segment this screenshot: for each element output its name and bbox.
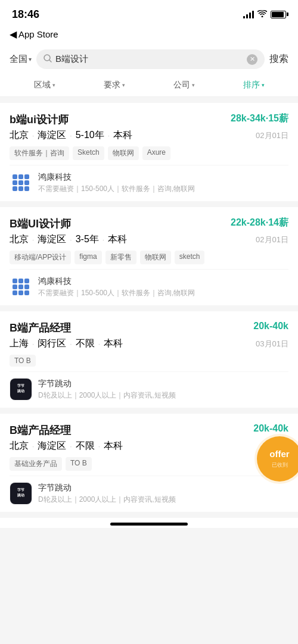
job-card[interactable]: B端UI设计师 22k-28k·14薪 北京 · 海淀区 · 3-5年 · 本科…	[0, 207, 298, 305]
svg-text:字节: 字节	[17, 487, 25, 492]
filter-requirement-arrow: ▾	[122, 82, 125, 88]
job-title: B端产品经理	[10, 321, 71, 335]
home-indicator	[0, 518, 298, 528]
tag: sketch	[175, 251, 205, 264]
job-district: 海淀区	[38, 129, 66, 142]
clear-button[interactable]: ✕	[247, 54, 257, 65]
job-title: b端ui设计师	[10, 112, 69, 127]
search-icon	[44, 54, 52, 64]
filter-region-arrow: ▾	[52, 82, 55, 88]
job-salary: 22k-28k·14薪	[231, 217, 288, 229]
job-date: 03月01日	[256, 339, 288, 349]
company-info: 鸿康科技 不需要融资｜150-500人｜软件服务｜咨询,物联网	[38, 172, 195, 194]
job-edu: 本科	[104, 337, 123, 350]
tag: 物联网	[140, 251, 171, 264]
job-header: B端UI设计师 22k-28k·14薪	[10, 217, 288, 231]
filter-company[interactable]: 公司 ▾	[149, 80, 219, 90]
job-list: b端ui设计师 28k-34k·15薪 北京 · 海淀区 · 5-10年 · 本…	[0, 103, 298, 512]
filter-requirement[interactable]: 要求 ▾	[79, 80, 149, 90]
company-name: 鸿康科技	[38, 172, 195, 183]
job-city: 北京	[10, 233, 29, 246]
tags-row: 移动端/APP设计 figma 新零售 物联网 sketch	[10, 251, 288, 264]
job-meta-row: 北京 · 海淀区 · 5-10年 · 本科 02月01日	[10, 129, 288, 142]
company-row: 鸿康科技 不需要融资｜150-500人｜软件服务｜咨询,物联网	[10, 269, 288, 298]
job-exp: 不限	[76, 337, 95, 350]
svg-text:offer: offer	[269, 449, 289, 459]
job-meta-row: 北京 · 海淀区 · 3-5年 · 本科 02月01日	[10, 233, 288, 246]
logo-dots	[13, 174, 29, 191]
job-meta: 北京 · 海淀区 · 5-10年 · 本科	[10, 129, 132, 142]
company-row: 鸿康科技 不需要融资｜150-500人｜软件服务｜咨询,物联网	[10, 165, 288, 194]
company-name: 鸿康科技	[38, 276, 195, 287]
svg-text:跳动: 跳动	[17, 493, 24, 497]
job-header: B端产品经理 20k-40k	[10, 321, 288, 335]
region-button[interactable]: 全国 ▾	[10, 54, 32, 65]
status-time: 18:46	[12, 8, 39, 21]
company-info: 鸿康科技 不需要融资｜150-500人｜软件服务｜咨询,物联网	[38, 276, 195, 298]
company-info: 字节跳动 D轮及以上｜2000人以上｜内容资讯,短视频	[38, 379, 176, 401]
job-city: 上海	[10, 337, 29, 350]
job-meta-row: 北京 · 海淀区 · 不限 · 本科 1日 offer 已收到	[10, 440, 288, 452]
search-submit-button[interactable]: 搜索	[269, 53, 288, 65]
tag: Sketch	[73, 146, 104, 160]
company-logo	[10, 276, 32, 298]
home-bar	[110, 523, 188, 526]
nav-bar: ◀ App Store	[0, 26, 298, 49]
tag: TO B	[66, 457, 92, 471]
company-logo	[10, 171, 32, 194]
tag: TO B	[10, 355, 36, 367]
company-info: 字节跳动 D轮及以上｜2000人以上｜内容资讯,短视频	[38, 483, 176, 505]
job-city: 北京	[10, 440, 29, 452]
tag: 物联网	[108, 146, 139, 160]
company-detail: D轮及以上｜2000人以上｜内容资讯,短视频	[38, 495, 176, 505]
company-logo: 字节 跳动	[10, 482, 32, 505]
job-card[interactable]: B端产品经理 20k-40k 上海 · 闵行区 · 不限 · 本科 03月01日…	[0, 311, 298, 408]
job-header: b端ui设计师 28k-34k·15薪	[10, 112, 288, 127]
job-district: 闵行区	[38, 337, 66, 350]
job-salary: 20k-40k	[253, 321, 288, 332]
filter-region[interactable]: 区域 ▾	[10, 80, 79, 90]
tag: 软件服务｜咨询	[10, 146, 69, 160]
logo-dots	[13, 279, 29, 295]
job-city: 北京	[10, 129, 29, 142]
svg-text:字节: 字节	[17, 383, 25, 387]
job-edu: 本科	[108, 233, 127, 246]
job-card[interactable]: B端产品经理 20k-40k 北京 · 海淀区 · 不限 · 本科 1日	[0, 414, 298, 512]
company-row: 字节 跳动 字节跳动 D轮及以上｜2000人以上｜内容资讯,短视频	[10, 476, 288, 505]
filter-requirement-label: 要求	[104, 80, 120, 90]
tag: Axure	[142, 146, 170, 160]
filter-company-label: 公司	[173, 80, 190, 90]
job-meta: 北京 · 海淀区 · 3-5年 · 本科	[10, 233, 127, 246]
job-exp: 不限	[76, 440, 95, 452]
company-logo: 字节 跳动	[10, 378, 32, 401]
company-detail: 不需要融资｜150-500人｜软件服务｜咨询,物联网	[38, 184, 195, 194]
back-label: App Store	[18, 29, 58, 39]
company-row: 字节 跳动 字节跳动 D轮及以上｜2000人以上｜内容资讯,短视频	[10, 371, 288, 401]
company-detail: D轮及以上｜2000人以上｜内容资讯,短视频	[38, 390, 176, 401]
filter-bar: 区域 ▾ 要求 ▾ 公司 ▾ 排序 ▾	[0, 75, 298, 97]
status-icons	[243, 10, 286, 19]
job-title: B端产品经理	[10, 423, 71, 437]
job-edu: 本科	[104, 440, 123, 452]
back-chevron-icon: ◀	[10, 29, 17, 40]
tag: 基础业务产品	[10, 457, 62, 471]
search-bar: 全国 ▾ B端设计 ✕ 搜索	[0, 49, 298, 75]
job-card[interactable]: b端ui设计师 28k-34k·15薪 北京 · 海淀区 · 5-10年 · 本…	[0, 103, 298, 201]
filter-sort[interactable]: 排序 ▾	[219, 80, 288, 90]
job-exp: 3-5年	[76, 233, 99, 246]
job-edu: 本科	[113, 129, 132, 142]
filter-sort-arrow: ▾	[262, 82, 265, 88]
company-name: 字节跳动	[38, 379, 176, 389]
job-date: 02月01日	[256, 130, 288, 141]
job-meta-row: 上海 · 闵行区 · 不限 · 本科 03月01日	[10, 337, 288, 350]
search-query: B端设计	[55, 54, 243, 65]
tag: 新零售	[105, 251, 136, 264]
job-exp: 5-10年	[76, 129, 104, 142]
back-button[interactable]: ◀ App Store	[10, 29, 288, 40]
job-salary: 28k-34k·15薪	[231, 112, 288, 125]
tag: figma	[74, 251, 101, 264]
svg-text:跳动: 跳动	[17, 389, 24, 393]
job-title: B端UI设计师	[10, 217, 71, 231]
search-input-wrap[interactable]: B端设计 ✕	[36, 49, 265, 69]
status-bar: 18:46	[0, 0, 298, 26]
